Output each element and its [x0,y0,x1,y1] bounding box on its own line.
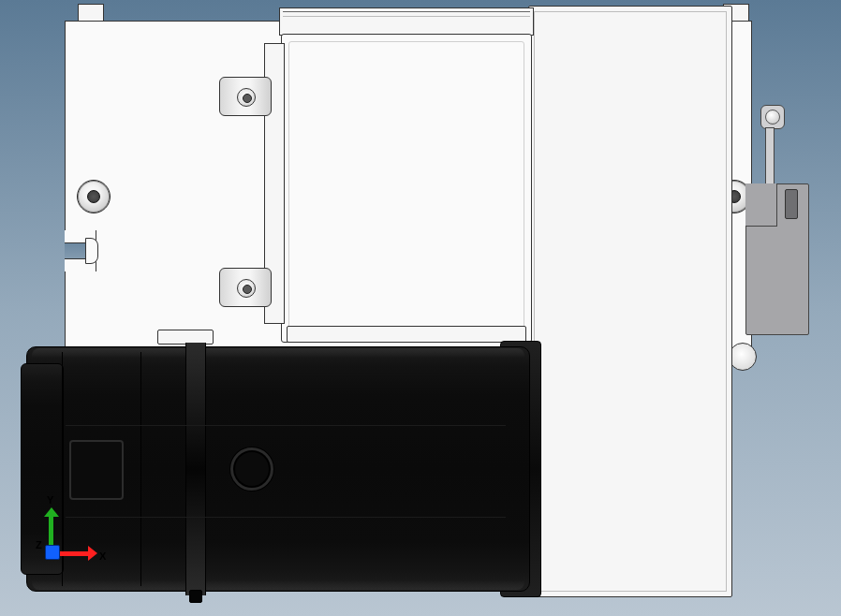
standoff-lower [219,268,272,307]
motor-connector [69,440,124,500]
front-cover-step [534,11,727,592]
center-plate-inner-edge [288,41,524,335]
center-plate-bottom-lip [287,326,526,343]
side-boss-right [729,343,757,371]
socket-head-screw-left [77,180,111,213]
motor-encoder-cap [21,363,64,575]
top-rail-edge [283,11,530,17]
motor-edge-bot [66,517,506,518]
motor-face-ring [230,447,273,491]
side-bracket-step [745,183,777,227]
side-pin-face [765,110,780,125]
side-bracket-slot [785,189,798,219]
left-cutout [65,232,96,270]
motor-joint-2 [140,352,141,586]
motor-bottom-highlight [32,580,524,590]
motor-top-highlight [32,348,524,358]
cad-viewport[interactable]: X Y Z [0,0,841,616]
motor-edge-top [66,425,506,426]
motor-clamp-band-a [185,343,206,595]
side-bar [765,127,775,185]
motor-clamp-a-foot [189,590,202,603]
left-mounting-ear-top [78,4,104,22]
motor-joint-1 [62,352,63,586]
standoff-upper [219,77,272,116]
